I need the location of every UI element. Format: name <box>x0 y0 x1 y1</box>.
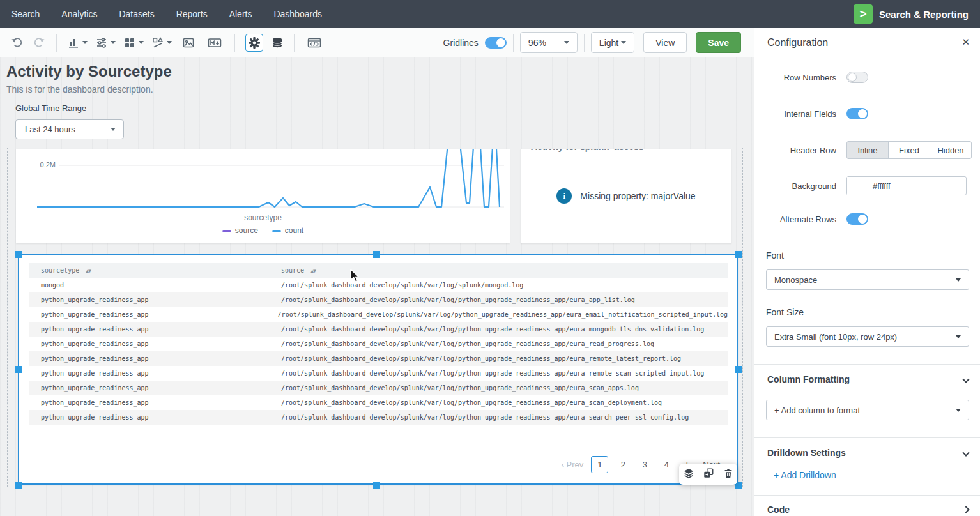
nav-item-analytics[interactable]: Analytics <box>61 9 97 19</box>
legend-item-count[interactable]: count <box>272 226 303 235</box>
chevron-down-icon <box>564 41 569 44</box>
dashboard-canvas[interactable]: Activity by Sourcetype This is for the d… <box>0 57 754 516</box>
pagination-page-2[interactable]: 2 <box>616 460 630 469</box>
nav-item-alerts[interactable]: Alerts <box>229 9 252 19</box>
resize-handle-nw[interactable] <box>15 251 22 258</box>
chevron-down-icon <box>956 335 961 338</box>
color-swatch[interactable] <box>847 177 866 195</box>
table-row[interactable]: python_upgrade_readiness_app/root/splunk… <box>29 307 728 322</box>
table-row[interactable]: python_upgrade_readiness_app/root/splunk… <box>29 395 728 410</box>
background-color-input[interactable]: #ffffff <box>866 177 966 195</box>
app-brand[interactable]: > Search & Reporting <box>854 4 980 24</box>
background-color-control: #ffffff <box>846 176 967 195</box>
legend-item-source[interactable]: source <box>222 226 258 235</box>
layers-icon[interactable] <box>683 467 694 482</box>
redo-icon[interactable] <box>32 36 46 49</box>
warning-message: Missing property: majorValue <box>580 191 695 201</box>
drilldown-settings-section[interactable]: Drilldown Settings <box>767 448 969 458</box>
font-size-value: Extra Small (font 10px, row 24px) <box>774 332 897 342</box>
close-icon[interactable]: ✕ <box>961 36 970 48</box>
duplicate-icon[interactable] <box>703 467 714 482</box>
divider <box>754 364 980 365</box>
single-value-panel[interactable]: Activity for splunk_access i Missing pro… <box>521 149 731 243</box>
app-name: Search & Reporting <box>879 9 969 20</box>
font-size-dropdown[interactable]: Extra Small (font 10px, row 24px) <box>766 326 969 347</box>
source-code-icon[interactable] <box>305 34 324 52</box>
resize-handle-s[interactable] <box>373 482 380 489</box>
resize-handle-sw[interactable] <box>15 482 22 489</box>
chevron-down-icon <box>111 128 116 131</box>
pagination-page-3[interactable]: 3 <box>638 460 652 469</box>
header-row-option-inline[interactable]: Inline <box>846 141 889 159</box>
data-sources-icon[interactable] <box>271 36 284 49</box>
table-header-row: sourcetype▲▼ source▲▼ <box>29 263 728 278</box>
sort-icon[interactable]: ▲▼ <box>310 268 316 274</box>
sort-icon[interactable]: ▲▼ <box>86 268 91 274</box>
resize-handle-e[interactable] <box>735 366 742 373</box>
column-header-source[interactable]: source▲▼ <box>280 267 728 274</box>
font-dropdown[interactable]: Monospace <box>766 269 969 290</box>
table-row[interactable]: python_upgrade_readiness_app/root/splunk… <box>29 292 728 307</box>
resize-handle-w[interactable] <box>15 366 22 373</box>
header-row-segmented: Inline Fixed Hidden <box>846 141 972 159</box>
header-row-option-hidden[interactable]: Hidden <box>930 141 972 159</box>
add-drilldown-link[interactable]: + Add Drilldown <box>774 470 836 480</box>
column-header-sourcetype[interactable]: sourcetype▲▼ <box>29 267 280 274</box>
chevron-down-icon <box>962 376 969 383</box>
save-button[interactable]: Save <box>696 32 741 53</box>
panel-actions-toolbar <box>679 464 737 485</box>
table-row[interactable]: python_upgrade_readiness_app/root/splunk… <box>29 410 728 425</box>
alternate-rows-toggle[interactable] <box>846 213 868 225</box>
nav-item-dashboards[interactable]: Dashboards <box>273 9 322 19</box>
chart-legend: source count <box>16 226 510 235</box>
chevron-down-icon <box>82 41 88 44</box>
internal-fields-label: Internal Fields <box>767 109 836 119</box>
pagination-page-4[interactable]: 4 <box>659 460 673 469</box>
row-numbers-toggle[interactable] <box>846 72 868 83</box>
code-section[interactable]: Code <box>767 505 969 515</box>
add-shape-icon[interactable] <box>151 36 172 49</box>
pagination-page-1[interactable]: 1 <box>591 456 608 473</box>
divider <box>754 495 980 496</box>
add-chart-icon[interactable] <box>67 36 88 49</box>
table-row[interactable]: python_upgrade_readiness_app/root/splunk… <box>29 351 728 366</box>
chevron-down-icon <box>956 409 961 412</box>
add-markdown-icon[interactable] <box>205 34 224 52</box>
configuration-panel: Configuration ✕ Row Numbers Internal Fie… <box>754 28 980 516</box>
table-row[interactable]: python_upgrade_readiness_app/root/splunk… <box>29 337 728 351</box>
nav-item-datasets[interactable]: Datasets <box>119 9 154 19</box>
time-range-value: Last 24 hours <box>25 125 75 134</box>
theme-select[interactable]: Light <box>591 32 634 53</box>
add-input-icon[interactable] <box>95 36 116 49</box>
gridlines-toggle[interactable] <box>485 37 507 49</box>
table-row[interactable]: python_upgrade_readiness_app/root/splunk… <box>29 381 728 395</box>
resize-handle-n[interactable] <box>373 251 380 258</box>
undo-icon[interactable] <box>10 36 24 49</box>
alternate-rows-setting: Alternate Rows <box>767 212 970 226</box>
view-button[interactable]: View <box>643 32 687 53</box>
nav-item-reports[interactable]: Reports <box>176 9 208 19</box>
background-setting: Background #ffffff <box>767 176 970 195</box>
chevron-down-icon <box>167 41 172 44</box>
add-column-format-dropdown[interactable]: + Add column to format <box>766 400 969 420</box>
dashboard-description: This is for the dashboard description. <box>6 84 172 95</box>
internal-fields-toggle[interactable] <box>846 108 868 119</box>
table-panel[interactable]: sourcetype▲▼ source▲▼ mongod/root/splunk… <box>18 254 738 485</box>
nav-item-search[interactable]: Search <box>11 9 40 19</box>
layout-grid-icon[interactable] <box>123 36 144 49</box>
table-row[interactable]: mongod/root/splunk_dashboard_develop/spl… <box>29 278 728 292</box>
zoom-select[interactable]: 96% <box>520 32 578 53</box>
resize-handle-ne[interactable] <box>735 251 742 258</box>
table-row[interactable]: python_upgrade_readiness_app/root/splunk… <box>29 322 728 337</box>
toolbar-divider <box>56 34 57 52</box>
table-row[interactable]: python_upgrade_readiness_app/root/splunk… <box>29 366 728 381</box>
settings-gear-icon[interactable] <box>245 34 263 52</box>
pagination-prev[interactable]: ‹ Prev <box>562 460 584 469</box>
trash-icon[interactable] <box>723 467 734 482</box>
time-range-dropdown[interactable]: Last 24 hours <box>15 119 124 139</box>
x-axis-label: sourcetype <box>16 213 510 222</box>
header-row-option-fixed[interactable]: Fixed <box>888 141 930 159</box>
column-formatting-section[interactable]: Column Formatting <box>767 374 969 384</box>
add-image-icon[interactable] <box>180 34 197 52</box>
line-chart-panel[interactable]: 0.2M sourcetype source count <box>16 149 510 243</box>
